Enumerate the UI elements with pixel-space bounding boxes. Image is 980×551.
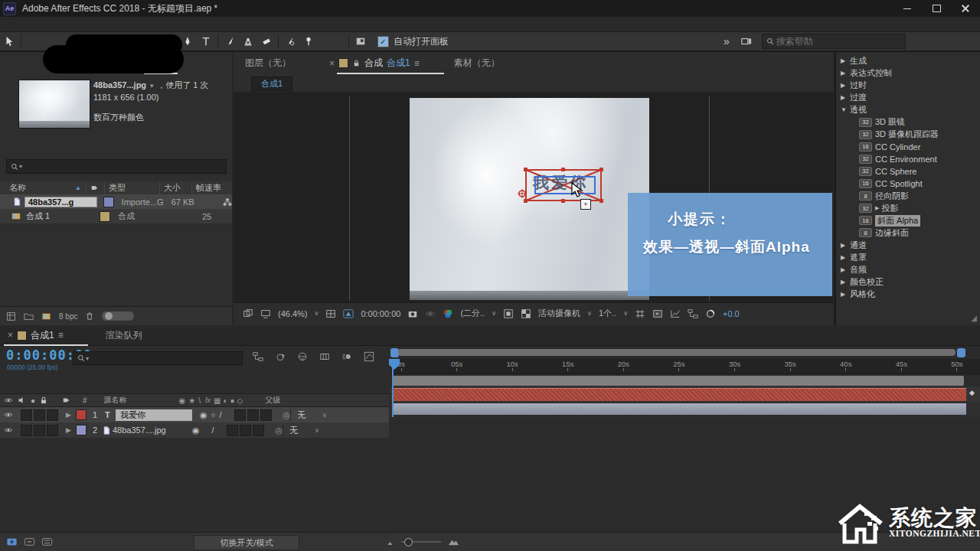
frame-blending-icon[interactable] [319,351,330,362]
panel-resize-grip[interactable]: ◢ [971,314,977,322]
layer1-switch-cell-3[interactable] [260,409,272,421]
project-row-footage[interactable]: 48ba357...g Importe...G 67 KB [0,194,232,209]
resolution-value[interactable]: (二分.. [460,308,485,319]
effects-list-item[interactable]: ▶ 颜色校正 [836,276,980,289]
composition-viewer[interactable]: 我爱你 + 小提示： 效果—透视—斜面Alpha [234,92,833,302]
reset-exposure-icon[interactable] [705,308,716,319]
comp-row-name[interactable]: 合成 1 [26,210,93,222]
fx-column-icon[interactable]: fx [205,396,211,404]
effect-name[interactable]: CC Sphere [875,167,916,176]
effect-name[interactable]: 3D 眼镜 [875,116,905,128]
layer2-name[interactable]: 48ba357....jpg [113,425,185,435]
graph-editor-icon[interactable] [364,351,374,362]
effect-name[interactable]: 生成 [850,55,867,67]
interpret-footage-icon[interactable] [6,311,16,321]
zoom-out-mountain-icon[interactable] [387,537,396,548]
tab-timeline-comp[interactable]: × 合成1 ≡ [8,329,64,342]
timeline-horizontal-scrollbar[interactable] [398,349,956,356]
snapshot-icon[interactable] [407,308,418,319]
timeline-tab-menu-icon[interactable]: ≡ [58,330,64,341]
comp-flowchart-icon[interactable] [688,308,698,319]
effect-name[interactable]: 投影 [881,203,898,214]
new-composition-icon[interactable] [41,311,51,321]
scrollbar-right-cap[interactable] [957,348,965,357]
effects-list-item[interactable]: ▶ 过渡 [836,91,980,103]
layer2-lock-cell[interactable] [47,425,58,436]
roto-brush-tool[interactable] [281,33,299,50]
sort-ascending-icon[interactable]: ▲ [75,184,81,191]
text-tool[interactable] [197,33,215,50]
tab-menu-icon[interactable]: ≡ [414,58,420,69]
disclosure-triangle-icon[interactable]: ▶ [841,82,850,89]
layer1-switch-cell-1[interactable] [234,409,246,421]
layer2-parent-dropdown[interactable]: 无∨ [283,425,355,436]
disclosure-triangle-icon[interactable]: ▶ [841,266,850,273]
layer1-visibility-icon[interactable] [4,409,13,420]
layer2-solo-cell[interactable] [34,425,45,436]
thumbnail-size-slider[interactable] [102,311,134,321]
project-bit-depth[interactable]: 8 bpc [59,312,77,321]
layer1-duration-bar[interactable] [392,388,966,401]
layer-row-1[interactable]: ▶ 1 T 我爱你 ◉★/ ◎ 无∨ [0,407,389,422]
pixel-aspect-icon[interactable] [635,308,645,319]
hide-shy-layers-icon[interactable] [297,351,308,362]
disclosure-triangle-icon[interactable]: ▶ [841,57,850,64]
time-ruler[interactable]: 0s 05s 10s 15s 20s 25s 30s [390,359,980,374]
layer1-switch-cell-2[interactable] [247,409,259,421]
layer2-duration-bar[interactable] [392,403,966,415]
effect-name[interactable]: 遮罩 [850,252,867,263]
solo-column-icon[interactable]: ● [31,396,35,405]
effects-list-item[interactable]: 8 边缘斜面 [836,227,980,239]
footage-name-caret[interactable]: ▼ [149,83,155,90]
effect-name[interactable]: CC Cylinder [875,142,920,152]
layer2-expander[interactable]: ▶ [66,426,71,434]
index-column[interactable]: # [83,396,87,405]
workspace-switcher-icon[interactable] [737,33,756,50]
handle-br[interactable] [599,199,603,203]
effect-name[interactable]: 过渡 [850,92,867,103]
views-caret[interactable]: ∨ [623,310,628,317]
timeline-graph-icon[interactable] [670,308,681,319]
switches-column-icons[interactable]: ◉★\ [179,396,204,405]
new-folder-icon[interactable] [24,311,34,321]
view-layout-value[interactable]: 1个.. [599,308,616,319]
effect-name[interactable]: 透视 [850,104,867,116]
effect-name[interactable]: 3D 摄像机跟踪器 [875,129,939,140]
layer1-audio-cell[interactable] [21,409,32,421]
timeline-tab-close-icon[interactable]: × [8,330,13,341]
disclosure-triangle-icon[interactable]: ▶ [841,70,850,77]
disclosure-triangle-icon[interactable]: ▶ [841,242,850,249]
layer2-switch-cell-1[interactable] [227,425,238,436]
effects-list-item[interactable]: ▶ 生成 [836,54,980,67]
work-area-bar[interactable] [393,376,964,386]
transparency-grid-icon[interactable] [521,308,531,319]
disclosure-triangle-icon[interactable]: ▶ [841,291,850,298]
layer-row-2[interactable]: ▶ 2 48ba357....jpg ◉★/ ◎ 无∨ [0,422,389,438]
effects-list-item[interactable]: ▶ 风格化 [836,289,980,301]
zoom-value[interactable]: (46.4%) [278,309,308,318]
column-size[interactable]: 大小 [159,181,191,194]
handle-tl[interactable] [524,168,528,171]
effects-list-item[interactable]: 32 3D 眼镜 [836,116,980,128]
disclosure-triangle-icon[interactable]: ▼ [841,106,850,113]
draft-3d-icon[interactable] [275,351,286,362]
zoom-in-mountain-icon[interactable] [448,536,459,547]
layer1-label-color[interactable] [76,409,87,420]
layer1-lock-cell[interactable] [47,409,58,421]
eraser-tool[interactable] [257,33,276,50]
comp-breadcrumb[interactable]: 合成1 [251,77,292,91]
expand-inout-pane-icon[interactable] [24,536,35,547]
layer2-pickwhip-icon[interactable]: ◎ [275,425,283,435]
effects-list-item[interactable]: 16 CC Spotlight [836,178,980,190]
handle-tr[interactable] [599,168,603,171]
expand-render-pane-icon[interactable] [41,536,53,547]
handle-tm[interactable] [561,168,565,171]
tab-close-icon[interactable]: × [329,58,335,69]
effects-list-item[interactable]: ▶ 遮罩 [836,252,980,264]
column-fps[interactable]: 帧速率 [191,181,230,194]
auto-open-panels-checkbox[interactable]: ✓ [377,36,389,47]
blend-columns-icons[interactable]: ▦◐●◇ [214,396,245,405]
text-layer-selection[interactable]: 我爱你 [525,169,602,201]
workspace-overflow-chevron[interactable]: » [716,35,737,47]
effect-name[interactable]: 表达式控制 [850,67,892,79]
